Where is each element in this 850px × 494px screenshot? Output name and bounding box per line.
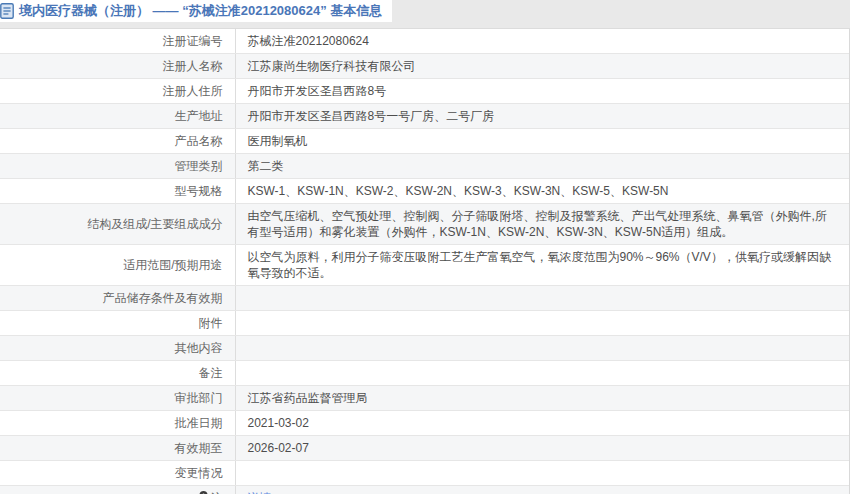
row-value: 2021-03-02 bbox=[235, 411, 849, 436]
row-label: 产品储存条件及有效期 bbox=[0, 286, 235, 311]
table-row: 结构及组成/主要组成成分由空气压缩机、空气预处理、控制阀、分子筛吸附塔、控制及报… bbox=[0, 204, 849, 245]
row-value bbox=[235, 311, 849, 336]
row-label: 备注 bbox=[0, 361, 235, 386]
row-value: 第二类 bbox=[235, 154, 849, 179]
registration-info-table: 注册证编号苏械注准20212080624注册人名称江苏康尚生物医疗科技有限公司注… bbox=[0, 28, 850, 494]
row-label: 注册人住所 bbox=[0, 79, 235, 104]
row-value: 以空气为原料，利用分子筛变压吸附工艺生产富氧空气，氧浓度范围为90%～96%（V… bbox=[235, 245, 849, 286]
row-label: 注 bbox=[0, 486, 235, 494]
row-label: 批准日期 bbox=[0, 411, 235, 436]
row-label: 注册证编号 bbox=[0, 29, 235, 54]
row-value bbox=[235, 336, 849, 361]
table-row: 附件 bbox=[0, 311, 849, 336]
row-value: 详情 bbox=[235, 486, 849, 494]
title-bar: 境内医疗器械（注册） —— “苏械注准20212080624” 基本信息 bbox=[0, 0, 850, 28]
table-row: 其他内容 bbox=[0, 336, 849, 361]
row-value: 丹阳市开发区圣昌西路8号一号厂房、二号厂房 bbox=[235, 104, 849, 129]
row-label: 型号规格 bbox=[0, 179, 235, 204]
row-label: 生产地址 bbox=[0, 104, 235, 129]
row-value bbox=[235, 361, 849, 386]
row-label: 变更情况 bbox=[0, 461, 235, 486]
row-value bbox=[235, 286, 849, 311]
table-row: 注册证编号苏械注准20212080624 bbox=[0, 29, 849, 54]
table-row: 管理类别第二类 bbox=[0, 154, 849, 179]
table-row: 适用范围/预期用途以空气为原料，利用分子筛变压吸附工艺生产富氧空气，氧浓度范围为… bbox=[0, 245, 849, 286]
row-value: 医用制氧机 bbox=[235, 129, 849, 154]
document-icon bbox=[0, 3, 14, 19]
page-title: 境内医疗器械（注册） —— “苏械注准20212080624” 基本信息 bbox=[19, 2, 382, 20]
row-label: 审批部门 bbox=[0, 386, 235, 411]
table-row: 注册人住所丹阳市开发区圣昌西路8号 bbox=[0, 79, 849, 104]
info-table-body: 注册证编号苏械注准20212080624注册人名称江苏康尚生物医疗科技有限公司注… bbox=[0, 29, 849, 494]
row-value: 由空气压缩机、空气预处理、控制阀、分子筛吸附塔、控制及报警系统、产出气处理系统、… bbox=[235, 204, 849, 245]
row-label: 注册人名称 bbox=[0, 54, 235, 79]
table-row: 批准日期2021-03-02 bbox=[0, 411, 849, 436]
table-row: 型号规格KSW-1、KSW-1N、KSW-2、KSW-2N、KSW-3、KSW-… bbox=[0, 179, 849, 204]
row-value: 2026-02-07 bbox=[235, 436, 849, 461]
table-row: 生产地址丹阳市开发区圣昌西路8号一号厂房、二号厂房 bbox=[0, 104, 849, 129]
row-label: 适用范围/预期用途 bbox=[0, 245, 235, 286]
row-value: KSW-1、KSW-1N、KSW-2、KSW-2N、KSW-3、KSW-3N、K… bbox=[235, 179, 849, 204]
table-row: 注册人名称江苏康尚生物医疗科技有限公司 bbox=[0, 54, 849, 79]
table-row: 产品名称医用制氧机 bbox=[0, 129, 849, 154]
row-value: 江苏康尚生物医疗科技有限公司 bbox=[235, 54, 849, 79]
table-row: 有效期至2026-02-07 bbox=[0, 436, 849, 461]
row-value: 苏械注准20212080624 bbox=[235, 29, 849, 54]
row-label: 其他内容 bbox=[0, 336, 235, 361]
row-label: 有效期至 bbox=[0, 436, 235, 461]
row-value: 江苏省药品监督管理局 bbox=[235, 386, 849, 411]
table-row: 审批部门江苏省药品监督管理局 bbox=[0, 386, 849, 411]
table-row: 备注 bbox=[0, 361, 849, 386]
row-label: 产品名称 bbox=[0, 129, 235, 154]
table-row: 注详情 bbox=[0, 486, 849, 494]
row-value: 丹阳市开发区圣昌西路8号 bbox=[235, 79, 849, 104]
table-row: 变更情况 bbox=[0, 461, 849, 486]
row-value bbox=[235, 461, 849, 486]
page-title-chip: 境内医疗器械（注册） —— “苏械注准20212080624” 基本信息 bbox=[0, 0, 392, 22]
row-label: 附件 bbox=[0, 311, 235, 336]
row-label: 结构及组成/主要组成成分 bbox=[0, 204, 235, 245]
table-row: 产品储存条件及有效期 bbox=[0, 286, 849, 311]
row-label: 管理类别 bbox=[0, 154, 235, 179]
